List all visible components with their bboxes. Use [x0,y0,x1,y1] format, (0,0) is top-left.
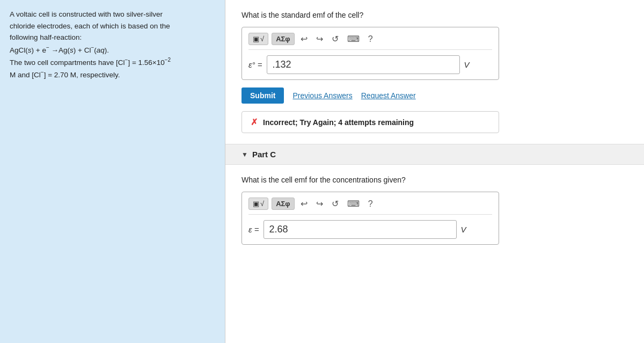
partc-symbol-button[interactable]: ΑΣφ [272,198,295,210]
feedback-text: Incorrect; Try Again; 4 attempts remaini… [263,118,414,127]
partc-header[interactable]: ▼ Part C [225,144,644,165]
partc-answer-input[interactable] [264,220,457,239]
problem-text-line1: A voltaic cell is constructed with two s… [10,9,215,81]
partc-keyboard-button[interactable]: ⌨ [345,198,362,210]
partc-redo-button[interactable]: ↪ [313,198,326,210]
partc-toolbar: ▣ √ ΑΣφ ↩ ↪ ↺ ⌨ ? [248,198,492,215]
previous-answers-button[interactable]: Previous Answers [292,91,352,100]
incorrect-icon: ✗ [251,117,258,127]
undo-button[interactable]: ↩ [298,33,310,45]
partc-reset-button[interactable]: ↺ [329,198,341,210]
fraction-sqrt-button[interactable]: ▣ √ [248,33,268,45]
partb-input-label: ε° = [248,60,262,69]
reset-button[interactable]: ↺ [329,33,341,45]
partc-sqrt-icon: √ [260,200,264,208]
partb-action-row: Submit Previous Answers Request Answer [241,87,628,104]
help-button[interactable]: ? [365,33,376,45]
feedback-box: ✗ Incorrect; Try Again; 4 attempts remai… [241,111,499,133]
submit-button[interactable]: Submit [241,87,284,104]
partb-toolbar: ▣ √ ΑΣφ ↩ ↪ ↺ ⌨ ? [248,33,492,50]
partb-answer-input[interactable] [267,55,460,74]
problem-statement: A voltaic cell is constructed with two s… [0,0,225,343]
redo-button[interactable]: ↪ [313,33,326,45]
request-answer-button[interactable]: Request Answer [361,91,416,100]
fraction-icon: ▣ [253,35,259,43]
partc-chevron-icon[interactable]: ▼ [241,151,248,158]
partc-unit: V [461,225,466,234]
partc-fraction-icon: ▣ [253,200,259,208]
partc-input-label: ε = [248,225,259,234]
partc-input-box: ▣ √ ΑΣφ ↩ ↪ ↺ ⌨ ? ε = V [241,192,499,245]
partc-help-button[interactable]: ? [365,198,376,210]
partb-unit: V [464,60,470,69]
sqrt-icon: √ [260,35,264,43]
answer-panel: What is the standard emf of the cell? ▣ … [225,0,644,343]
partc-question: What is the cell emf for the concentrati… [241,176,628,184]
symbol-button[interactable]: ΑΣφ [272,33,295,45]
partc-undo-button[interactable]: ↩ [298,198,310,210]
partb-question: What is the standard emf of the cell? [241,11,628,19]
partc-fraction-sqrt-button[interactable]: ▣ √ [248,198,268,210]
partc-title: Part C [252,150,276,159]
partb-input-box: ▣ √ ΑΣφ ↩ ↪ ↺ ⌨ ? ε° = V [241,27,499,80]
keyboard-button[interactable]: ⌨ [345,33,362,45]
